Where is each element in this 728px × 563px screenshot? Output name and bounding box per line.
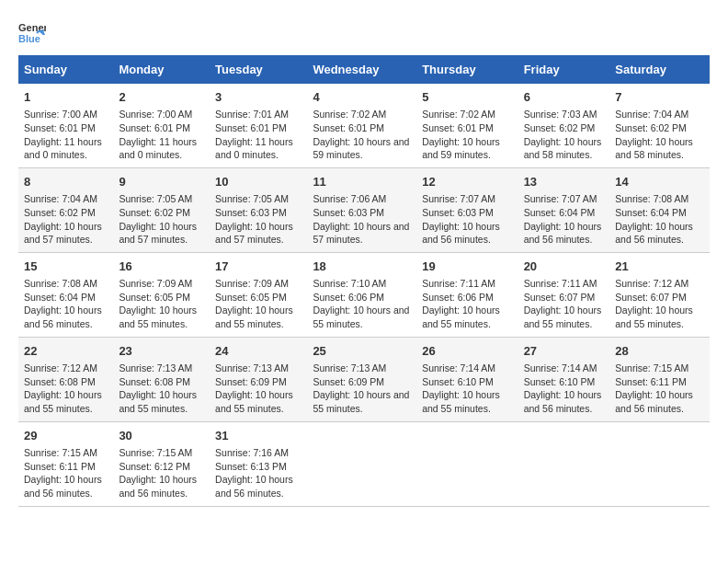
sunset-label: Sunset: 6:03 PM	[215, 207, 287, 218]
daylight-label: Daylight: 10 hours and 56 minutes.	[524, 389, 602, 414]
sunset-label: Sunset: 6:04 PM	[524, 207, 596, 218]
sunset-label: Sunset: 6:08 PM	[24, 376, 96, 387]
day-number: 27	[524, 343, 605, 360]
sunrise-label: Sunrise: 7:07 AM	[524, 193, 597, 204]
daylight-label: Daylight: 11 hours and 0 minutes.	[24, 136, 102, 161]
cell-week1-day4: 4 Sunrise: 7:02 AM Sunset: 6:01 PM Dayli…	[307, 84, 416, 167]
cell-week2-day7: 14 Sunrise: 7:08 AM Sunset: 6:04 PM Dayl…	[609, 167, 710, 252]
week-row-4: 22 Sunrise: 7:12 AM Sunset: 6:08 PM Dayl…	[18, 337, 710, 421]
sunrise-label: Sunrise: 7:09 AM	[215, 278, 289, 289]
week-row-5: 29 Sunrise: 7:15 AM Sunset: 6:11 PM Dayl…	[18, 421, 710, 506]
daylight-label: Daylight: 10 hours and 55 minutes.	[524, 304, 602, 329]
sunrise-label: Sunrise: 7:12 AM	[24, 362, 97, 373]
sunrise-label: Sunrise: 7:15 AM	[119, 447, 192, 458]
day-number: 8	[24, 174, 108, 190]
logo: General Blue	[18, 18, 46, 46]
sunrise-label: Sunrise: 7:05 AM	[119, 193, 192, 204]
sunset-label: Sunset: 6:04 PM	[615, 207, 687, 218]
daylight-label: Daylight: 10 hours and 55 minutes.	[119, 389, 197, 414]
sunrise-label: Sunrise: 7:11 AM	[524, 278, 597, 289]
day-number: 31	[215, 428, 301, 444]
cell-week5-day4	[307, 421, 416, 506]
day-number: 10	[215, 174, 301, 190]
daylight-label: Daylight: 10 hours and 56 minutes.	[215, 474, 293, 499]
day-number: 1	[24, 89, 108, 106]
header-thursday: Thursday	[416, 55, 518, 84]
day-number: 20	[524, 259, 605, 275]
sunset-label: Sunset: 6:11 PM	[615, 376, 687, 387]
daylight-label: Daylight: 10 hours and 56 minutes.	[524, 221, 602, 246]
day-number: 30	[119, 428, 204, 444]
sunset-label: Sunset: 6:02 PM	[615, 122, 687, 133]
cell-week3-day2: 16 Sunrise: 7:09 AM Sunset: 6:05 PM Dayl…	[113, 252, 210, 337]
daylight-label: Daylight: 10 hours and 55 minutes.	[422, 304, 500, 329]
sunrise-label: Sunrise: 7:14 AM	[422, 362, 495, 373]
sunrise-label: Sunrise: 7:10 AM	[313, 278, 386, 289]
sunrise-label: Sunrise: 7:05 AM	[215, 193, 289, 204]
day-number: 17	[215, 259, 301, 275]
sunset-label: Sunset: 6:10 PM	[524, 376, 596, 387]
sunset-label: Sunset: 6:03 PM	[313, 207, 384, 218]
cell-week1-day7: 7 Sunrise: 7:04 AM Sunset: 6:02 PM Dayli…	[609, 84, 710, 167]
sunset-label: Sunset: 6:12 PM	[119, 461, 190, 472]
daylight-label: Daylight: 10 hours and 55 minutes.	[24, 389, 102, 414]
day-number: 25	[313, 343, 411, 360]
sunset-label: Sunset: 6:02 PM	[24, 207, 96, 218]
cell-week3-day1: 15 Sunrise: 7:08 AM Sunset: 6:04 PM Dayl…	[18, 252, 113, 337]
cell-week5-day3: 31 Sunrise: 7:16 AM Sunset: 6:13 PM Dayl…	[210, 421, 307, 506]
cell-week5-day1: 29 Sunrise: 7:15 AM Sunset: 6:11 PM Dayl…	[18, 421, 113, 506]
day-number: 28	[615, 343, 704, 360]
day-number: 9	[119, 174, 204, 190]
day-number: 21	[615, 259, 704, 275]
daylight-label: Daylight: 10 hours and 55 minutes.	[313, 389, 409, 414]
day-number: 16	[119, 259, 204, 275]
cell-week5-day6	[518, 421, 610, 506]
daylight-label: Daylight: 10 hours and 58 minutes.	[615, 136, 693, 161]
daylight-label: Daylight: 10 hours and 56 minutes.	[615, 221, 693, 246]
sunrise-label: Sunrise: 7:04 AM	[615, 109, 688, 120]
sunset-label: Sunset: 6:10 PM	[422, 376, 494, 387]
sunset-label: Sunset: 6:01 PM	[215, 122, 287, 133]
cell-week4-day5: 26 Sunrise: 7:14 AM Sunset: 6:10 PM Dayl…	[416, 337, 518, 421]
svg-text:Blue: Blue	[18, 33, 40, 44]
daylight-label: Daylight: 10 hours and 55 minutes.	[119, 304, 197, 329]
cell-week1-day3: 3 Sunrise: 7:01 AM Sunset: 6:01 PM Dayli…	[210, 84, 307, 167]
day-number: 2	[119, 89, 204, 106]
sunset-label: Sunset: 6:09 PM	[313, 376, 384, 387]
daylight-label: Daylight: 10 hours and 55 minutes.	[313, 304, 409, 329]
header-saturday: Saturday	[609, 55, 710, 84]
daylight-label: Daylight: 10 hours and 56 minutes.	[24, 474, 102, 499]
sunset-label: Sunset: 6:07 PM	[524, 292, 596, 303]
sunrise-label: Sunrise: 7:13 AM	[215, 362, 289, 373]
sunrise-label: Sunrise: 7:01 AM	[215, 109, 289, 120]
cell-week3-day6: 20 Sunrise: 7:11 AM Sunset: 6:07 PM Dayl…	[518, 252, 610, 337]
day-number: 5	[422, 89, 512, 106]
day-number: 18	[313, 259, 411, 275]
day-number: 12	[422, 174, 512, 190]
cell-week2-day6: 13 Sunrise: 7:07 AM Sunset: 6:04 PM Dayl…	[518, 167, 610, 252]
cell-week2-day4: 11 Sunrise: 7:06 AM Sunset: 6:03 PM Dayl…	[307, 167, 416, 252]
daylight-label: Daylight: 11 hours and 0 minutes.	[215, 136, 293, 161]
sunrise-label: Sunrise: 7:09 AM	[119, 278, 192, 289]
sunrise-label: Sunrise: 7:00 AM	[24, 109, 97, 120]
cell-week4-day3: 24 Sunrise: 7:13 AM Sunset: 6:09 PM Dayl…	[210, 337, 307, 421]
daylight-label: Daylight: 10 hours and 55 minutes.	[615, 304, 693, 329]
day-number: 4	[313, 89, 411, 106]
cell-week4-day4: 25 Sunrise: 7:13 AM Sunset: 6:09 PM Dayl…	[307, 337, 416, 421]
cell-week2-day5: 12 Sunrise: 7:07 AM Sunset: 6:03 PM Dayl…	[416, 167, 518, 252]
logo-icon: General Blue	[18, 18, 46, 46]
sunrise-label: Sunrise: 7:00 AM	[119, 109, 192, 120]
sunrise-label: Sunrise: 7:04 AM	[24, 193, 97, 204]
daylight-label: Daylight: 10 hours and 58 minutes.	[524, 136, 602, 161]
sunset-label: Sunset: 6:06 PM	[313, 292, 384, 303]
header-sunday: Sunday	[18, 55, 113, 84]
header-monday: Monday	[113, 55, 210, 84]
day-number: 29	[24, 428, 108, 444]
sunset-label: Sunset: 6:11 PM	[24, 461, 96, 472]
cell-week1-day5: 5 Sunrise: 7:02 AM Sunset: 6:01 PM Dayli…	[416, 84, 518, 167]
sunset-label: Sunset: 6:02 PM	[524, 122, 596, 133]
cell-week3-day4: 18 Sunrise: 7:10 AM Sunset: 6:06 PM Dayl…	[307, 252, 416, 337]
calendar-table: SundayMondayTuesdayWednesdayThursdayFrid…	[18, 55, 710, 507]
daylight-label: Daylight: 10 hours and 57 minutes.	[313, 221, 409, 246]
day-number: 13	[524, 174, 605, 190]
